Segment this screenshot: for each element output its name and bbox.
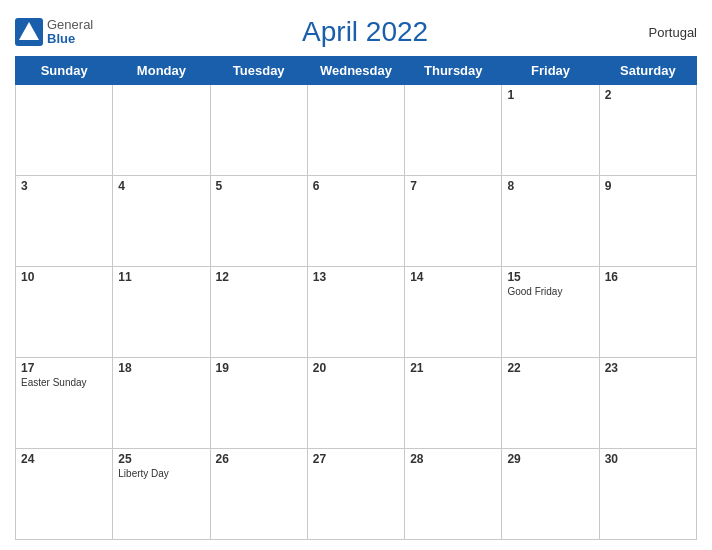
day-number: 25: [118, 452, 204, 466]
day-cell: 14: [405, 267, 502, 358]
day-cell: 25Liberty Day: [113, 449, 210, 540]
week-row-3: 101112131415Good Friday16: [16, 267, 697, 358]
day-number: 27: [313, 452, 399, 466]
day-cell: [405, 85, 502, 176]
day-number: 7: [410, 179, 496, 193]
logo-general: General: [47, 18, 93, 32]
day-cell: 24: [16, 449, 113, 540]
day-cell: 1: [502, 85, 599, 176]
day-cell: 27: [307, 449, 404, 540]
holiday-name: Liberty Day: [118, 468, 204, 479]
day-number: 23: [605, 361, 691, 375]
day-cell: 4: [113, 176, 210, 267]
day-number: 19: [216, 361, 302, 375]
week-row-1: 12: [16, 85, 697, 176]
day-number: 28: [410, 452, 496, 466]
day-cell: 9: [599, 176, 696, 267]
weekday-header-wednesday: Wednesday: [307, 57, 404, 85]
weekday-header-thursday: Thursday: [405, 57, 502, 85]
day-cell: 7: [405, 176, 502, 267]
weekday-header-sunday: Sunday: [16, 57, 113, 85]
day-cell: 26: [210, 449, 307, 540]
day-number: 12: [216, 270, 302, 284]
day-cell: 3: [16, 176, 113, 267]
day-number: 1: [507, 88, 593, 102]
day-number: 15: [507, 270, 593, 284]
day-cell: 12: [210, 267, 307, 358]
day-cell: 20: [307, 358, 404, 449]
day-cell: 16: [599, 267, 696, 358]
day-cell: 15Good Friday: [502, 267, 599, 358]
header: General Blue April 2022 Portugal: [15, 10, 697, 52]
day-cell: 29: [502, 449, 599, 540]
week-row-2: 3456789: [16, 176, 697, 267]
day-number: 21: [410, 361, 496, 375]
day-cell: 17Easter Sunday: [16, 358, 113, 449]
day-number: 13: [313, 270, 399, 284]
logo: General Blue: [15, 18, 93, 47]
day-cell: 2: [599, 85, 696, 176]
day-number: 26: [216, 452, 302, 466]
day-cell: [113, 85, 210, 176]
logo-text: General Blue: [47, 18, 93, 47]
day-cell: 21: [405, 358, 502, 449]
country-label: Portugal: [637, 25, 697, 40]
day-number: 29: [507, 452, 593, 466]
day-cell: 8: [502, 176, 599, 267]
day-number: 10: [21, 270, 107, 284]
weekday-header-row: SundayMondayTuesdayWednesdayThursdayFrid…: [16, 57, 697, 85]
day-cell: 19: [210, 358, 307, 449]
day-cell: 6: [307, 176, 404, 267]
day-number: 2: [605, 88, 691, 102]
day-cell: [16, 85, 113, 176]
day-number: 5: [216, 179, 302, 193]
calendar-table: SundayMondayTuesdayWednesdayThursdayFrid…: [15, 56, 697, 540]
weekday-header-saturday: Saturday: [599, 57, 696, 85]
day-cell: 23: [599, 358, 696, 449]
day-cell: 13: [307, 267, 404, 358]
day-number: 3: [21, 179, 107, 193]
generalblue-logo-icon: [15, 18, 43, 46]
day-cell: 22: [502, 358, 599, 449]
logo-blue: Blue: [47, 32, 93, 46]
day-number: 8: [507, 179, 593, 193]
day-number: 30: [605, 452, 691, 466]
day-cell: [307, 85, 404, 176]
weekday-header-tuesday: Tuesday: [210, 57, 307, 85]
weekday-header-monday: Monday: [113, 57, 210, 85]
week-row-4: 17Easter Sunday181920212223: [16, 358, 697, 449]
day-number: 4: [118, 179, 204, 193]
day-cell: [210, 85, 307, 176]
day-cell: 5: [210, 176, 307, 267]
week-row-5: 2425Liberty Day2627282930: [16, 449, 697, 540]
calendar-title: April 2022: [93, 16, 637, 48]
day-number: 20: [313, 361, 399, 375]
day-number: 18: [118, 361, 204, 375]
day-number: 14: [410, 270, 496, 284]
holiday-name: Easter Sunday: [21, 377, 107, 388]
day-number: 17: [21, 361, 107, 375]
day-number: 6: [313, 179, 399, 193]
holiday-name: Good Friday: [507, 286, 593, 297]
weekday-header-friday: Friday: [502, 57, 599, 85]
day-cell: 30: [599, 449, 696, 540]
day-number: 11: [118, 270, 204, 284]
day-cell: 18: [113, 358, 210, 449]
day-number: 16: [605, 270, 691, 284]
day-number: 22: [507, 361, 593, 375]
day-cell: 10: [16, 267, 113, 358]
day-cell: 11: [113, 267, 210, 358]
day-number: 9: [605, 179, 691, 193]
day-cell: 28: [405, 449, 502, 540]
day-number: 24: [21, 452, 107, 466]
